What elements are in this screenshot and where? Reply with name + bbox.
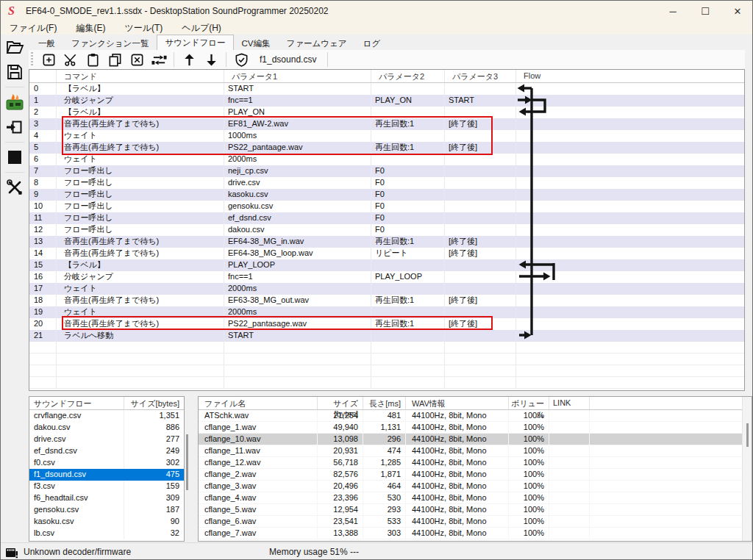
- wav-item-cflange_5.wav[interactable]: cflange_5.wav12,95429344100Hz, 8bit, Mon…: [199, 504, 752, 516]
- flow-row-2[interactable]: 2【ラベル】PLAY_ON: [29, 107, 744, 118]
- col-soundflow[interactable]: サウンドフロー: [29, 397, 124, 409]
- reorder-button[interactable]: [148, 51, 170, 68]
- menu-item-0[interactable]: ファイル(F): [10, 22, 57, 35]
- flow-row-4[interactable]: 4ウェイト1000ms: [29, 130, 744, 142]
- wav-item-cflange_12.wav[interactable]: cflange_12.wav56,7181,28544100Hz, 8bit, …: [199, 457, 752, 469]
- open-file-button[interactable]: [1, 35, 29, 60]
- soundflow-item-drive.csv[interactable]: drive.csv277: [29, 434, 184, 445]
- tab-ファンクション一覧[interactable]: ファンクション一覧: [63, 35, 157, 50]
- wav-item-cflange_3.wav[interactable]: cflange_3.wav20,49646444100Hz, 8bit, Mon…: [199, 481, 752, 492]
- wav-item-cflange_11.wav[interactable]: cflange_11.wav20,93147444100Hz, 8bit, Mo…: [199, 445, 752, 457]
- flow-row-1[interactable]: 1分岐ジャンプfnc==1PLAY_ONSTART: [29, 95, 744, 107]
- col-length-ms[interactable]: 長さ[ms]: [363, 397, 406, 409]
- row-number: 4: [29, 130, 57, 142]
- menu-item-1[interactable]: 編集(E): [76, 22, 105, 35]
- soundflow-list-scrollbar[interactable]: [186, 434, 188, 490]
- maximize-icon[interactable]: ☐: [689, 1, 721, 21]
- soundflow-item-f1_dsound.csv[interactable]: f1_dsound.csv475: [29, 469, 184, 481]
- copy-button[interactable]: [104, 51, 126, 68]
- flow-row-12[interactable]: 12フロー呼出しdakou.csvF0: [29, 224, 744, 236]
- wav-item-cflange_4.wav[interactable]: cflange_4.wav23,39653044100Hz, 8bit, Mon…: [199, 492, 752, 504]
- wav-item-cflange_6.wav[interactable]: cflange_6.wav23,54153344100Hz, 8bit, Mon…: [199, 516, 752, 528]
- tab-一般[interactable]: 一般: [30, 35, 63, 50]
- wav-size: 20,931: [318, 445, 363, 456]
- add-step-button[interactable]: [38, 51, 60, 68]
- row-number: 20: [29, 318, 57, 330]
- menu-item-3[interactable]: ヘルプ(H): [182, 22, 221, 35]
- flow-row-7[interactable]: 7フロー呼出しneji_cp.csvF0: [29, 165, 744, 177]
- soundflow-item-kasoku.csv[interactable]: kasoku.csv90: [29, 516, 184, 528]
- wav-item-cflange_1.wav[interactable]: cflange_1.wav49,9401,13144100Hz, 8bit, M…: [199, 422, 752, 434]
- flow-row-0[interactable]: 0【ラベル】START: [29, 83, 744, 95]
- flow-row-20[interactable]: 20音再生(再生終了まで待ち)PS22_pantasage.wav再生回数:1[…: [29, 318, 744, 330]
- row-number: 5: [29, 142, 57, 154]
- soundflow-item-lb.csv[interactable]: lb.csv32: [29, 528, 184, 539]
- row-number: 19: [29, 306, 57, 318]
- wav-item-cflange_10.wav[interactable]: cflange_10.wav13,09829644100Hz, 8bit, Mo…: [199, 434, 752, 445]
- wav-size: 13,388: [318, 528, 363, 539]
- stop-button[interactable]: [1, 145, 29, 170]
- flow-row-3[interactable]: 3音再生(再生終了まで待ち)EF81_AW-2.wav再生回数:1[終了後]: [29, 118, 744, 130]
- test-play-button[interactable]: [1, 115, 29, 140]
- flow-row-5[interactable]: 5音再生(再生終了まで待ち)PS22_pantaage.wav再生回数:1[終了…: [29, 142, 744, 154]
- soundflow-item-f6_headtail.csv[interactable]: f6_headtail.csv309: [29, 492, 184, 504]
- wav-info: 44100Hz, 8bit, Mono: [406, 528, 509, 539]
- wav-filename: cflange_6.wav: [199, 516, 318, 527]
- cell-param1: PS22_pantaage.wav: [224, 142, 371, 154]
- settings-button[interactable]: [1, 175, 29, 200]
- flow-row-6[interactable]: 6ウェイト2000ms: [29, 154, 744, 165]
- flow-row-18[interactable]: 18音再生(再生終了まで待ち)EF63-38_MG_out.wav再生回数:1[…: [29, 295, 744, 306]
- col-link[interactable]: LINK: [549, 397, 590, 409]
- soundflow-item-ef_dsnd.csv[interactable]: ef_dsnd.csv249: [29, 445, 184, 457]
- paste-button[interactable]: [82, 51, 104, 68]
- flow-row-16[interactable]: 16分岐ジャンプfnc==1PLAY_LOOP: [29, 271, 744, 283]
- col-wav-info[interactable]: WAV情報: [406, 397, 509, 409]
- flow-row-17[interactable]: 17ウェイト2000ms: [29, 283, 744, 295]
- soundflow-item-f3.csv[interactable]: f3.csv159: [29, 481, 184, 492]
- flow-row-14[interactable]: 14音再生(再生終了まで待ち)EF64-38_MG_loop.wavリピート[終…: [29, 248, 744, 259]
- col-volume[interactable]: ボリューム: [509, 397, 549, 409]
- flow-row-11[interactable]: 11フロー呼出しef_dsnd.csvF0: [29, 212, 744, 224]
- toolbar-grip[interactable]: [31, 52, 33, 67]
- cell-param2: 再生回数:1: [371, 118, 445, 130]
- close-icon[interactable]: ✕: [721, 1, 753, 21]
- flow-row-21[interactable]: 21ラベルへ移動START: [29, 330, 744, 342]
- shield-check-icon: [234, 52, 249, 68]
- wav-item-ATSchk.wav[interactable]: ATSchk.wav21,25448144100Hz, 8bit, Mono10…: [199, 410, 752, 422]
- flow-row-13[interactable]: 13音再生(再生終了まで待ち)EF64-38_MG_in.wav再生回数:1[終…: [29, 236, 744, 248]
- move-up-button[interactable]: [178, 51, 200, 68]
- minimize-icon[interactable]: ─: [657, 1, 689, 21]
- soundflow-item-f0.csv[interactable]: f0.csv302: [29, 457, 184, 469]
- col-size-bytes[interactable]: サイズ[bytes]: [318, 397, 363, 409]
- tab-CV編集[interactable]: CV編集: [234, 35, 279, 50]
- tab-サウンドフロー[interactable]: サウンドフロー: [157, 35, 233, 50]
- cell-flow: [516, 201, 744, 212]
- cell-param2: PLAY_LOOP: [371, 271, 445, 283]
- verify-button[interactable]: [230, 51, 252, 68]
- col-filename[interactable]: ファイル名: [199, 397, 318, 409]
- menu-item-2[interactable]: ツール(T): [124, 22, 163, 35]
- move-down-button[interactable]: [200, 51, 222, 68]
- tab-ログ[interactable]: ログ: [355, 35, 389, 50]
- flow-row-10[interactable]: 10フロー呼出しgensoku.csvF0: [29, 201, 744, 212]
- empty-cell: [29, 353, 57, 365]
- flow-row-9[interactable]: 9フロー呼出しkasoku.csvF0: [29, 189, 744, 201]
- cut-button[interactable]: [60, 51, 82, 68]
- soundflow-item-dakou.csv[interactable]: dakou.csv886: [29, 422, 184, 434]
- save-button[interactable]: [1, 60, 29, 85]
- flow-row-19[interactable]: 19ウェイト2000ms: [29, 306, 744, 318]
- wav-item-cflange_2.wav[interactable]: cflange_2.wav82,5761,87144100Hz, 8bit, M…: [199, 469, 752, 481]
- wav-list-scrollbar-track[interactable]: [742, 397, 752, 541]
- col-size-bytes[interactable]: サイズ[bytes]: [124, 397, 184, 409]
- flow-row-15[interactable]: 15【ラベル】PLAY_LOOP: [29, 259, 744, 271]
- wav-list-scrollbar-thumb[interactable]: [746, 423, 749, 447]
- flow-row-8[interactable]: 8フロー呼出しdrive.csvF0: [29, 177, 744, 189]
- wav-filler: [590, 492, 752, 503]
- cell-param3: [445, 130, 516, 142]
- soundflow-item-crvflange.csv[interactable]: crvflange.csv1,351: [29, 410, 184, 422]
- delete-button[interactable]: [126, 51, 148, 68]
- wav-item-cflange_7.wav[interactable]: cflange_7.wav13,38830344100Hz, 8bit, Mon…: [199, 528, 752, 539]
- soundflow-item-gensoku.csv[interactable]: gensoku.csv187: [29, 504, 184, 516]
- write-to-decoder-button[interactable]: [1, 90, 29, 115]
- tab-ファームウェア[interactable]: ファームウェア: [279, 35, 355, 50]
